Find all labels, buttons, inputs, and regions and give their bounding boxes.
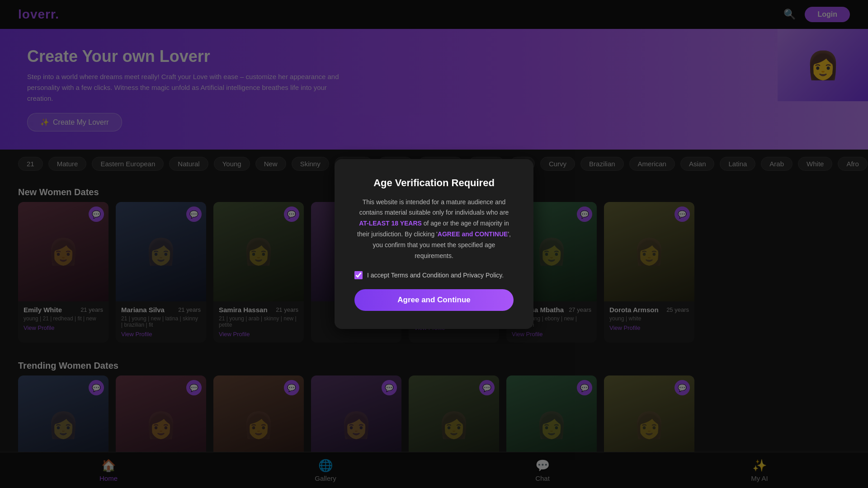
accept-label: I accept Terms and Condition and Privacy…: [367, 272, 504, 279]
modal-overlay: Age Verification Required This website i…: [0, 0, 868, 488]
privacy-link[interactable]: Privacy Policy: [463, 272, 502, 279]
age-verification-modal: Age Verification Required This website i…: [335, 159, 533, 329]
modal-body-text-1: This website is intended for a mature au…: [359, 198, 509, 216]
modal-title: Age Verification Required: [354, 177, 514, 189]
accept-checkbox[interactable]: [354, 271, 363, 279]
modal-agree-link-text: AGREE and CONTINUE: [438, 230, 508, 238]
terms-link[interactable]: Terms and Condition: [391, 272, 449, 279]
period-text: .: [502, 272, 504, 279]
modal-age-highlight: AT-LEAST 18 YEARS: [359, 220, 422, 227]
accept-text: I accept: [367, 272, 391, 279]
and-text: and: [449, 272, 463, 279]
modal-body: This website is intended for a mature au…: [354, 197, 514, 262]
accept-row: I accept Terms and Condition and Privacy…: [354, 271, 514, 279]
agree-and-continue-button[interactable]: Agree and Continue: [354, 289, 514, 311]
